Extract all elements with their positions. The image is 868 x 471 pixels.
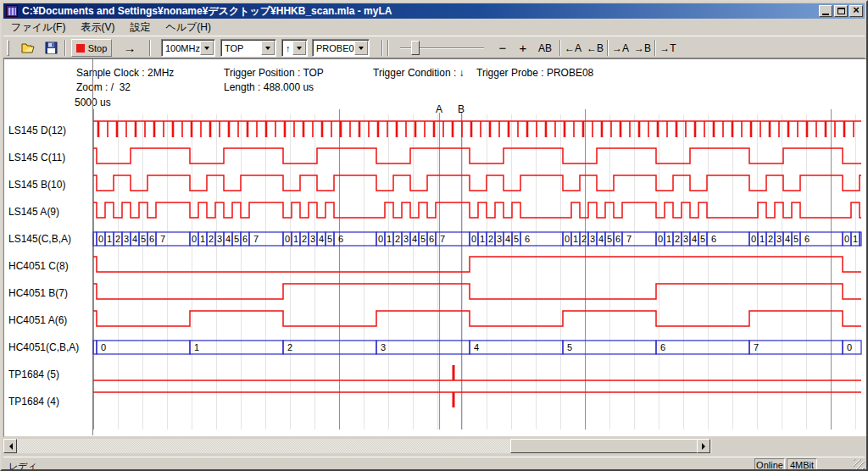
bus-value: 2 <box>768 234 773 244</box>
stop-button[interactable]: Stop <box>71 39 112 57</box>
zoom-ab-button[interactable]: AB <box>534 39 556 57</box>
dropdown-button[interactable] <box>354 41 368 55</box>
title-bar: C:¥Documents and Settings¥noname¥デスクトップ¥… <box>3 3 865 19</box>
trace-tp1684-5- <box>93 365 861 380</box>
bus-value: 4 <box>412 234 417 244</box>
scroll-right-button[interactable] <box>697 439 710 453</box>
maximize-button[interactable] <box>834 5 848 17</box>
trace-hc4051-c-8- <box>93 257 861 272</box>
bus-cell <box>860 232 861 246</box>
dropdown-button[interactable] <box>261 41 275 55</box>
bus-value: 0 <box>847 342 852 352</box>
goto-trigger-button[interactable]: →T <box>658 39 678 57</box>
trace-ls145-c-11- <box>93 148 861 163</box>
trigger-probe-combobox[interactable]: PROBE00 <box>312 39 370 57</box>
bus-value: 5 <box>700 234 705 244</box>
bus-value: 6 <box>525 234 530 244</box>
bus-value: 3 <box>124 234 129 244</box>
bus-value: 5 <box>141 234 146 244</box>
bus-value: 0 <box>565 234 570 244</box>
bus-cell <box>656 341 749 354</box>
bus-value: 1 <box>387 234 392 244</box>
bus-value: 7 <box>253 234 259 244</box>
menu-settings[interactable]: 設定 <box>122 19 158 36</box>
bus-value: 0 <box>658 234 663 244</box>
zoom-slider[interactable] <box>411 41 420 55</box>
bus-value: 7 <box>754 342 759 352</box>
horizontal-scrollbar[interactable] <box>3 439 712 453</box>
bus-value: 5 <box>607 234 612 244</box>
goto-cursor-a-button[interactable]: ←A <box>563 39 583 57</box>
bus-value: 6 <box>804 234 810 244</box>
trigger-position-combobox[interactable]: TOP <box>220 39 276 57</box>
bus-value: 2 <box>675 234 680 244</box>
save-button[interactable] <box>41 39 61 57</box>
dropdown-button[interactable] <box>292 41 306 55</box>
bus-value: 0 <box>98 234 103 244</box>
bus-value: 3 <box>217 234 222 244</box>
chevron-down-icon <box>359 47 364 53</box>
open-folder-icon <box>21 42 36 54</box>
toolbar-separator <box>654 40 656 56</box>
arrow-left-icon <box>6 443 13 450</box>
trigger-pulse <box>453 392 455 407</box>
bus-value: 7 <box>626 234 632 244</box>
status-memory-cell: 4MBit <box>787 458 817 471</box>
trace-hc4051-c-b-a-: 012345670 <box>93 341 861 354</box>
menu-file[interactable]: ファイル(F) <box>3 19 73 36</box>
bus-value: 4 <box>505 234 510 244</box>
scrollbar-thumb[interactable] <box>510 439 698 453</box>
toolbar-separator <box>387 40 389 56</box>
dropdown-button[interactable] <box>200 41 214 55</box>
set-cursor-b-button[interactable]: →B <box>632 39 653 57</box>
toolbar-separator <box>149 40 151 56</box>
status-ready-text: レディ <box>8 460 37 471</box>
bus-value: 5 <box>567 342 572 352</box>
open-file-button[interactable] <box>19 39 39 57</box>
zoom-out-button[interactable]: − <box>493 39 512 57</box>
waveform-canvas[interactable]: 0123456701234567012345601234567012345601… <box>2 58 868 436</box>
menu-bar: ファイル(F) 表示(V) 設定 ヘルプ(H) <box>3 19 865 35</box>
menu-view[interactable]: 表示(V) <box>73 19 122 36</box>
bus-value: 5 <box>514 234 519 244</box>
bus-value: 0 <box>751 234 756 244</box>
trace-ls145-c-b-a-: 0123456701234567012345601234567012345601… <box>93 232 861 246</box>
grid <box>93 59 856 435</box>
trigger-edge-combobox[interactable]: ↑ <box>281 39 308 57</box>
goto-cursor-b-button[interactable]: ←B <box>585 39 605 57</box>
close-button[interactable]: × <box>849 5 863 17</box>
bus-cell <box>190 341 283 354</box>
bus-value: 1 <box>293 234 298 244</box>
toolbar-grip[interactable] <box>7 40 9 56</box>
bus-value: 5 <box>793 234 798 244</box>
bus-value: 4 <box>598 234 604 244</box>
bus-value: 3 <box>590 234 595 244</box>
bus-value: 3 <box>683 234 688 244</box>
resize-grip[interactable] <box>854 459 865 470</box>
minimize-button[interactable] <box>819 5 832 17</box>
bus-value: 2 <box>395 234 400 244</box>
set-cursor-a-button[interactable]: →A <box>610 39 631 57</box>
run-single-button[interactable]: → <box>119 39 141 57</box>
bus-value: 2 <box>302 234 307 244</box>
bus-value: 0 <box>471 234 476 244</box>
bus-value: 2 <box>488 234 493 244</box>
cursor-lines[interactable] <box>440 113 462 429</box>
bus-cell <box>470 341 563 354</box>
bus-value: 5 <box>327 234 332 244</box>
bus-value: 0 <box>192 234 197 244</box>
bus-value: 6 <box>242 234 248 244</box>
sample-clock-combobox[interactable]: 100MHz <box>161 39 215 57</box>
trigger-edge-value: ↑ <box>282 43 292 53</box>
zoom-in-button[interactable]: + <box>514 39 532 57</box>
app-window: C:¥Documents and Settings¥noname¥デスクトップ¥… <box>0 0 868 471</box>
bus-value: 3 <box>776 234 782 244</box>
bus-value: 1 <box>200 234 205 244</box>
menu-help[interactable]: ヘルプ(H) <box>158 19 219 36</box>
app-icon[interactable] <box>6 5 18 17</box>
bus-value: 1 <box>666 234 671 244</box>
trace-hc4051-b-7- <box>93 284 861 299</box>
scroll-left-button[interactable] <box>3 439 17 453</box>
bus-value: 4 <box>692 234 697 244</box>
arrow-right-icon <box>702 443 709 450</box>
